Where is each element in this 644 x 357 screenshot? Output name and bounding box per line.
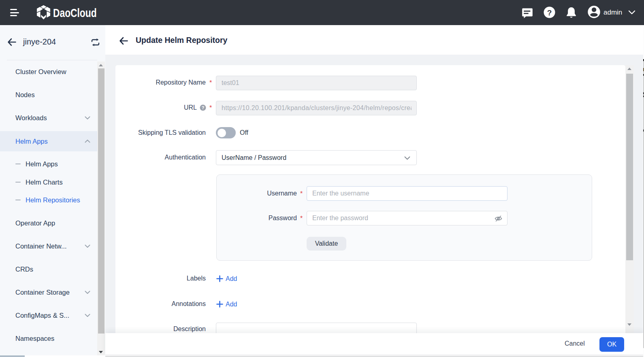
svg-text:?: ? bbox=[547, 8, 552, 17]
svg-text:?: ? bbox=[202, 105, 205, 110]
